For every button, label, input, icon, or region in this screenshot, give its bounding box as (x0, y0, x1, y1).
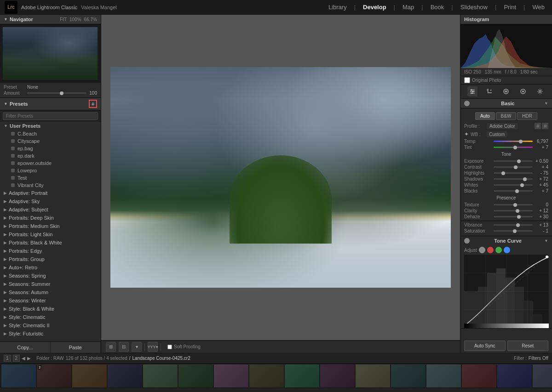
texture-slider[interactable] (494, 204, 533, 205)
tool-healing[interactable] (501, 86, 511, 97)
contrast-slider[interactable] (494, 166, 533, 168)
tone-curve-header[interactable]: Tone Curve ▼ (460, 236, 552, 245)
nav-book[interactable]: Book (428, 4, 447, 11)
nav-zoom1[interactable]: 100% (69, 17, 81, 22)
soft-proofing-checkbox[interactable] (167, 345, 172, 349)
preset-item-cityscape[interactable]: Cityscape (0, 137, 101, 145)
nav-prev[interactable]: ◀ (22, 356, 25, 361)
clarity-slider[interactable] (494, 210, 533, 211)
tc-channel-all[interactable] (479, 247, 485, 253)
paste-button[interactable]: Paste (51, 342, 101, 353)
film-thumb-7[interactable] (249, 364, 284, 387)
preset-item-epoweroutside[interactable]: epower.outside (0, 159, 101, 167)
film-thumb-5[interactable] (178, 364, 213, 387)
film-thumb-6[interactable] (214, 364, 248, 387)
presets-search-input[interactable] (3, 112, 98, 120)
film-thumb-12[interactable] (426, 364, 461, 387)
film-thumb-9[interactable] (320, 364, 355, 387)
film-thumb-14[interactable] (497, 364, 532, 387)
film-thumb-8[interactable] (285, 364, 319, 387)
film-thumb-4[interactable] (143, 364, 178, 387)
profile-icon-1[interactable]: ⊞ (535, 123, 541, 129)
preset-group-adaptive-sky[interactable]: ▶ Adaptive: Sky (0, 197, 101, 205)
nav-page-1[interactable]: 1 (4, 355, 11, 362)
wb-auto-button[interactable]: Auto (475, 112, 495, 120)
toolbar-grid-view-button[interactable]: ⊞ (106, 342, 116, 352)
nav-fit[interactable]: FIT (60, 17, 67, 22)
preset-group-portraits-edgy[interactable]: ▶ Portraits: Edgy (0, 247, 101, 255)
profile-value[interactable]: Adobe Color (487, 123, 518, 129)
tool-settings[interactable] (535, 86, 545, 97)
nav-map[interactable]: Map (400, 4, 417, 11)
tc-channel-blue[interactable] (504, 247, 510, 253)
film-thumb-10[interactable] (356, 364, 390, 387)
main-photo-display[interactable] (110, 67, 451, 288)
preset-group-style-cinematic[interactable]: ▶ Style: Cinematic (0, 313, 101, 321)
preset-group-adaptive-subject[interactable]: ▶ Adaptive: Subject (0, 205, 101, 214)
tc-channel-red[interactable] (487, 247, 494, 253)
toolbar-view-options-button[interactable]: ▾ (132, 342, 142, 352)
tone-curve-canvas[interactable] (464, 255, 549, 328)
toolbar-compare-button[interactable]: ⊟ (119, 342, 129, 352)
preset-group-style-cinematic2[interactable]: ▶ Style: Cinematic II (0, 321, 101, 330)
preset-group-portraits-light[interactable]: ▶ Portraits: Light Skin (0, 230, 101, 239)
tool-adjustments[interactable] (467, 86, 477, 97)
profile-icon-2[interactable]: ⊠ (542, 123, 548, 129)
wb-value[interactable]: Custom (486, 131, 507, 137)
nav-print[interactable]: Print (501, 4, 519, 11)
preset-item-epdark[interactable]: ep.dark (0, 152, 101, 159)
film-thumb-1[interactable]: 2 (37, 364, 71, 387)
preset-group-style-bw[interactable]: ▶ Style: Black & White (0, 305, 101, 313)
soft-proofing-toggle[interactable]: Filter : Soft Proofing (167, 344, 201, 349)
user-presets-group[interactable]: ▼ User Presets (0, 122, 101, 130)
original-photo-check[interactable]: Original Photo (460, 76, 552, 85)
exposure-slider[interactable] (494, 160, 533, 162)
reset-button[interactable]: Reset (507, 341, 549, 351)
wb-eyedropper[interactable]: ✦ (464, 131, 469, 137)
auto-sync-button[interactable]: Auto Sync (464, 341, 506, 351)
original-photo-checkbox[interactable] (464, 77, 470, 83)
dehaze-slider[interactable] (494, 216, 533, 217)
film-thumb-11[interactable] (391, 364, 426, 387)
film-thumb-15[interactable] (533, 364, 552, 387)
nav-web[interactable]: Web (530, 4, 548, 11)
toolbar-year-button[interactable]: YYY▾ (148, 342, 158, 352)
nav-develop[interactable]: Develop (360, 4, 389, 11)
preset-group-seasons-autumn[interactable]: ▶ Seasons: Autumn (0, 288, 101, 296)
amount-slider[interactable] (27, 92, 86, 94)
saturation-slider[interactable] (494, 230, 533, 232)
film-thumb-3[interactable] (108, 364, 142, 387)
preset-group-portraits-deep[interactable]: ▶ Portraits: Deep Skin (0, 214, 101, 222)
tint-slider[interactable] (494, 147, 533, 148)
preset-group-seasons-summer[interactable]: ▶ Seasons: Summer (0, 280, 101, 288)
presets-header[interactable]: ▼ Presets + (0, 98, 101, 110)
wb-bw-button[interactable]: B&W (496, 112, 517, 120)
copy-button[interactable]: Copy... (0, 342, 51, 353)
nav-slideshow[interactable]: Slideshow (458, 4, 490, 11)
nav-page-2[interactable]: 2 (13, 355, 20, 362)
film-thumb-13[interactable] (462, 364, 496, 387)
preset-item-lowepro[interactable]: Lowepro (0, 167, 101, 174)
preset-item-epbag[interactable]: ep.bag (0, 145, 101, 152)
preset-group-seasons-spring[interactable]: ▶ Seasons: Spring (0, 272, 101, 280)
preset-item-vibrantcity[interactable]: Vibrant City (0, 182, 101, 189)
preset-group-portraits-bw[interactable]: ▶ Portraits: Black & White (0, 239, 101, 247)
tool-masking[interactable] (518, 86, 528, 97)
vibrance-slider[interactable] (494, 224, 533, 226)
tc-channel-green[interactable] (495, 247, 502, 253)
preset-item-cbeach[interactable]: C.Beach (0, 130, 101, 137)
tool-crop[interactable] (484, 86, 494, 97)
blacks-slider[interactable] (494, 190, 533, 192)
preset-group-portraits-group[interactable]: ▶ Portraits: Group (0, 255, 101, 263)
film-thumb-2[interactable] (72, 364, 107, 387)
preset-group-style-futuristic[interactable]: ▶ Style: Futuristic (0, 330, 101, 338)
temp-slider[interactable] (494, 141, 533, 142)
preset-group-auto-retro[interactable]: ▶ Auto+: Retro (0, 263, 101, 272)
nav-library[interactable]: Library (326, 4, 350, 11)
preset-group-seasons-winter[interactable]: ▶ Seasons: Winter (0, 296, 101, 305)
basic-panel-header[interactable]: Basic ▼ (460, 99, 552, 108)
nav-next[interactable]: ▶ (27, 356, 31, 361)
shadows-slider[interactable] (494, 178, 533, 180)
highlights-slider[interactable] (494, 172, 533, 174)
preset-group-adaptive-portrait[interactable]: ▶ Adaptive: Portrait (0, 189, 101, 197)
